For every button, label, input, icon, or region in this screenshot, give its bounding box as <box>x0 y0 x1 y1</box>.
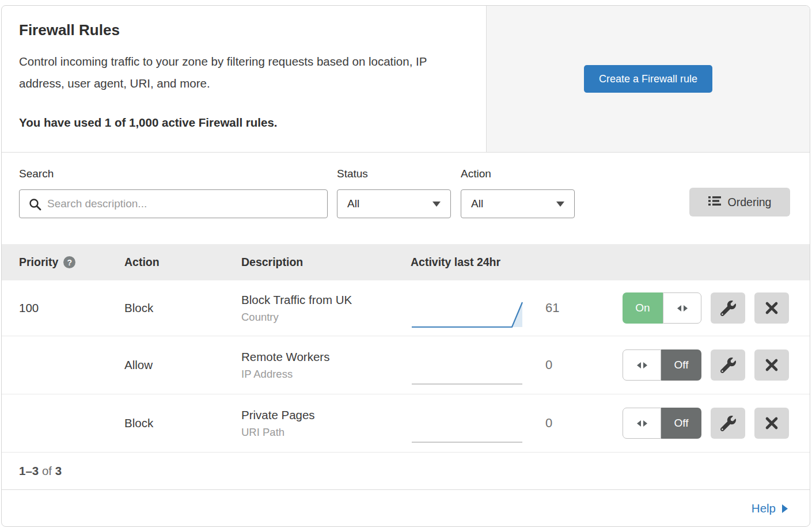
table-row: 100 Block Block Traffic from UK Country … <box>2 280 810 336</box>
table-row: Block Private Pages URI Path 0 Off <box>2 394 810 453</box>
toggle-handle <box>623 349 661 381</box>
rule-match-type: IP Address <box>241 368 411 381</box>
search-box <box>19 189 328 218</box>
rule-description-cell: Private Pages URI Path <box>241 408 411 439</box>
ordering-button-label: Ordering <box>728 196 772 209</box>
rule-controls: Off <box>623 349 810 381</box>
rule-description-cell: Block Traffic from UK Country <box>241 293 411 324</box>
action-label: Action <box>461 168 575 180</box>
activity-count: 0 <box>545 358 568 373</box>
rule-description: Private Pages <box>241 408 411 422</box>
help-link-label: Help <box>752 501 776 515</box>
delete-rule-button[interactable] <box>754 408 789 439</box>
action-select-value: All <box>471 197 483 210</box>
rule-description-cell: Remote Workers IP Address <box>241 350 411 381</box>
toggle-on-label: On <box>623 292 663 324</box>
status-label: Status <box>337 168 451 180</box>
create-panel: Create a Firewall rule <box>486 6 810 152</box>
list-icon <box>708 195 721 210</box>
column-header-activity: Activity last 24hr <box>411 256 500 269</box>
edit-rule-button[interactable] <box>711 292 745 324</box>
action-filter-group: Action All <box>461 168 575 244</box>
toggle-handle <box>623 408 661 439</box>
column-header-action: Action <box>124 256 241 269</box>
wrench-icon <box>720 301 736 316</box>
help-row: Help <box>2 489 810 527</box>
wrench-icon <box>720 358 736 373</box>
rule-enabled-toggle[interactable]: On <box>623 292 701 324</box>
intro-panel: Firewall Rules Control incoming traffic … <box>2 6 486 152</box>
rule-enabled-toggle[interactable]: Off <box>623 349 701 381</box>
rule-enabled-toggle[interactable]: Off <box>623 408 701 439</box>
toggle-off-label: Off <box>661 408 701 439</box>
chevron-down-icon <box>556 202 564 207</box>
firewall-rules-card: Firewall Rules Control incoming traffic … <box>1 5 810 527</box>
status-select-value: All <box>347 197 359 210</box>
delete-rule-button[interactable] <box>754 292 789 324</box>
edit-rule-button[interactable] <box>711 349 745 381</box>
question-icon[interactable]: ? <box>63 256 75 268</box>
search-label: Search <box>19 168 328 180</box>
search-filter-group: Search <box>19 168 328 244</box>
chevron-down-icon <box>432 202 441 207</box>
filter-bar: Search Status All Action All <box>2 153 810 244</box>
create-firewall-rule-button[interactable]: Create a Firewall rule <box>584 65 712 93</box>
help-link[interactable]: Help <box>752 501 788 515</box>
rule-action: Block <box>124 416 241 430</box>
delete-rule-button[interactable] <box>754 349 789 381</box>
activity-sparkline <box>411 413 526 447</box>
toggle-arrows-icon <box>636 362 648 369</box>
rule-activity-cell: 61 <box>411 291 568 325</box>
action-select[interactable]: All <box>461 189 575 218</box>
activity-sparkline <box>411 298 526 332</box>
page-description: Control incoming traffic to your zone by… <box>19 51 467 94</box>
close-icon <box>765 301 779 315</box>
pagination-range: 1–3 <box>19 464 39 478</box>
rule-description: Block Traffic from UK <box>241 293 411 307</box>
pagination-of: of <box>42 464 52 478</box>
search-icon <box>28 197 42 214</box>
table-row: Allow Remote Workers IP Address 0 Off <box>2 336 810 394</box>
ordering-button[interactable]: Ordering <box>689 188 790 216</box>
rule-action: Allow <box>124 358 241 372</box>
header-section: Firewall Rules Control incoming traffic … <box>2 6 810 153</box>
rule-match-type: Country <box>241 311 411 324</box>
rule-controls: Off <box>623 408 810 439</box>
status-select[interactable]: All <box>337 189 451 218</box>
status-filter-group: Status All <box>337 168 451 244</box>
activity-count: 61 <box>545 301 568 316</box>
activity-sparkline <box>411 355 526 389</box>
close-icon <box>765 358 779 372</box>
pagination-total: 3 <box>55 464 62 478</box>
column-header-description: Description <box>241 256 411 269</box>
toggle-off-label: Off <box>661 349 701 381</box>
table-header-row: Priority ? Action Description Activity l… <box>2 244 810 280</box>
rule-activity-cell: 0 <box>411 406 568 440</box>
rule-controls: On <box>623 292 810 324</box>
column-header-priority: Priority ? <box>2 256 124 269</box>
activity-count: 0 <box>545 416 568 431</box>
pagination-row: 1–3 of 3 <box>2 453 810 489</box>
search-input[interactable] <box>20 190 327 218</box>
rule-description: Remote Workers <box>241 350 411 364</box>
rule-match-type: URI Path <box>241 426 411 439</box>
rule-action: Block <box>124 301 241 315</box>
rule-priority: 100 <box>2 301 124 315</box>
page-title: Firewall Rules <box>19 21 469 39</box>
wrench-icon <box>720 416 736 431</box>
usage-note: You have used 1 of 1,000 active Firewall… <box>19 116 469 130</box>
chevron-right-icon <box>781 504 788 513</box>
ordering-wrap: Ordering <box>689 188 790 244</box>
edit-rule-button[interactable] <box>711 408 745 439</box>
close-icon <box>765 416 779 430</box>
toggle-handle <box>663 292 701 324</box>
toggle-arrows-icon <box>636 420 648 427</box>
rule-activity-cell: 0 <box>411 348 568 382</box>
toggle-arrows-icon <box>677 305 688 312</box>
